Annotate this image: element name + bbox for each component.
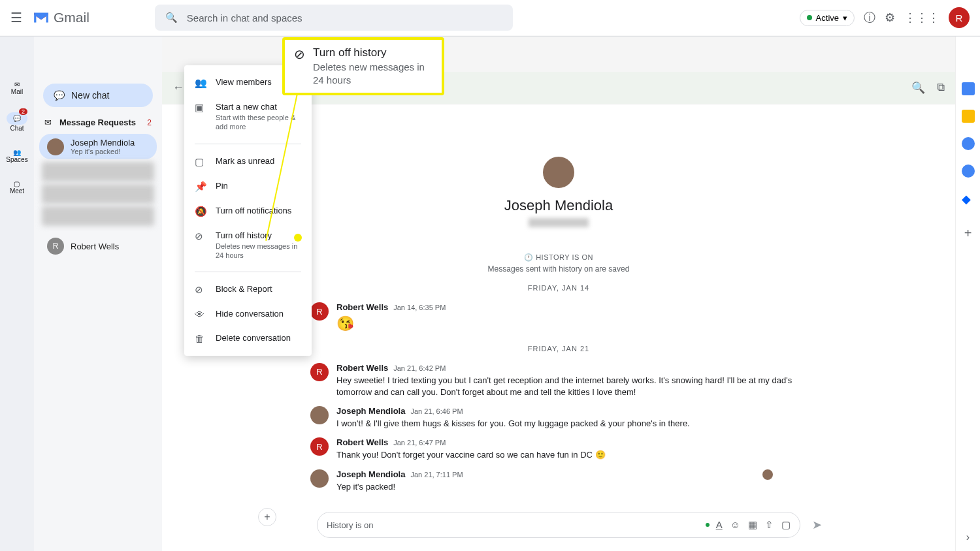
rail-chat[interactable]: 💬 2 Chat (4, 110, 30, 134)
upload-icon[interactable]: ⇧ (765, 519, 774, 531)
rail-spaces-label: Spaces (6, 156, 27, 163)
menu-mark-unread[interactable]: ▢ Mark as unread (184, 150, 312, 174)
bell-off-icon: 🔕 (195, 206, 206, 217)
calendar-icon[interactable] (962, 82, 975, 95)
conversation-robert[interactable]: R Robert Wells (39, 234, 157, 259)
apps-grid-icon[interactable]: ⋮⋮⋮ (904, 10, 939, 25)
block-icon: ⊘ (195, 284, 206, 296)
chevron-down-icon: ▾ (843, 13, 847, 23)
sender-avatar (310, 406, 329, 424)
sender-avatar: R (310, 302, 329, 321)
eye-off-icon: 👁 (195, 309, 206, 320)
msg-time: Jan 21, 6:46 PM (410, 407, 463, 415)
people-icon: 👥 (195, 77, 206, 89)
menu-label: Hide conversation (216, 309, 284, 319)
redacted-item (42, 162, 154, 181)
main-menu-icon[interactable]: ☰ (10, 10, 22, 25)
msg-text: 😘 (336, 314, 807, 334)
back-arrow-icon[interactable]: ← (172, 81, 184, 95)
tasks-icon[interactable] (962, 137, 975, 150)
msg-time: Jan 14, 6:35 PM (393, 304, 446, 311)
menu-pin[interactable]: 📌 Pin (184, 174, 312, 199)
help-icon[interactable]: ⓘ (864, 10, 875, 25)
date-divider: FRIDAY, JAN 14 (528, 284, 589, 292)
trash-icon: 🗑 (195, 333, 206, 344)
chat-search-icon[interactable]: 🔍 (911, 81, 925, 95)
menu-label: Block & Report (216, 284, 272, 294)
chat-bubble-icon: 💬 (54, 90, 65, 101)
sender-avatar (310, 469, 329, 488)
read-receipt-avatar (762, 469, 773, 480)
redacted-email (529, 218, 589, 227)
video-call-icon[interactable]: ▢ (781, 519, 791, 531)
rail-spaces[interactable]: 👥 Spaces (3, 146, 30, 166)
dropbox-icon[interactable]: ◆ (962, 192, 975, 205)
new-chat-button[interactable]: 💬 New chat (43, 84, 153, 107)
send-button[interactable]: ➤ (812, 518, 822, 532)
collapse-panel-icon[interactable]: › (966, 531, 970, 543)
keep-icon[interactable] (962, 110, 975, 123)
menu-divider (195, 272, 301, 272)
menu-turn-off-notifications[interactable]: 🔕 Turn off notifications (184, 199, 312, 224)
contacts-icon[interactable] (962, 165, 975, 178)
status-label: Active (816, 13, 839, 23)
menu-label: Mark as unread (216, 156, 274, 166)
callout-title: Turn off history (313, 46, 433, 59)
status-dot-icon (807, 15, 812, 20)
msg-text: Thank you! Don't forget your vaccine car… (336, 449, 807, 461)
gmail-m-icon (33, 11, 50, 24)
rail-mail-label: Mail (11, 88, 23, 95)
conversation-options-menu: 👥 View members ▣ Start a new chat Start … (184, 65, 312, 356)
message-requests-count: 2 (147, 118, 152, 127)
rail-mail[interactable]: ✉ Mail (8, 78, 25, 98)
convo-name: Robert Wells (71, 242, 119, 251)
menu-label: Turn off notifications (216, 206, 291, 215)
menu-label: Start a new chat (216, 102, 301, 112)
search-box[interactable]: 🔍 Search in chat and spaces (155, 5, 513, 31)
msg-sender: Robert Wells (336, 302, 388, 312)
add-addon-icon[interactable]: + (964, 226, 972, 241)
message-list: R Robert Wells Jan 14, 6:35 PM 😘 FRIDAY,… (310, 302, 807, 501)
sender-avatar: R (310, 437, 329, 456)
rail-meet-label: Meet (10, 187, 24, 195)
menu-label: Delete conversation (216, 333, 291, 343)
menu-hide-conversation[interactable]: 👁 Hide conversation (184, 302, 312, 326)
message-row: R Robert Wells Jan 14, 6:35 PM 😘 (310, 302, 807, 334)
settings-gear-icon[interactable]: ⚙ (885, 10, 895, 25)
hero-avatar (543, 157, 574, 188)
hero-name: Joseph Mendiola (504, 197, 613, 214)
annotation-dot (294, 234, 302, 242)
compose-add-button[interactable]: + (258, 508, 276, 526)
gmail-header: ☰ Gmail 🔍 Search in chat and spaces Acti… (0, 0, 980, 35)
gif-icon[interactable]: ▦ (748, 519, 757, 531)
pin-icon: 📌 (195, 181, 206, 193)
popout-icon[interactable]: ⧉ (937, 81, 945, 95)
avatar (47, 138, 64, 155)
gmail-logo[interactable]: Gmail (33, 10, 90, 25)
history-icon: 🕐 (524, 253, 534, 261)
message-requests-item[interactable]: ✉ Message Requests 2 (34, 112, 162, 133)
menu-delete-conversation[interactable]: 🗑 Delete conversation (184, 326, 312, 351)
compose-bar[interactable]: History is on A ☺ ▦ ⇧ ▢ ➤ (317, 512, 800, 538)
menu-turn-off-history[interactable]: ⊘ Turn off history Deletes new messages … (184, 224, 312, 267)
msg-sender: Joseph Mendiola (336, 406, 405, 416)
account-avatar[interactable]: R (949, 7, 970, 28)
annotation-callout: ⊘ Turn off history Deletes new messages … (282, 37, 444, 95)
msg-text: I won't! & I'll give them hugs & kisses … (336, 418, 807, 430)
menu-block-report[interactable]: ⊘ Block & Report (184, 277, 312, 302)
format-icon[interactable]: A (716, 519, 723, 531)
msg-time: Jan 21, 7:11 PM (410, 471, 463, 479)
convo-name: Joseph Mendiola (71, 138, 149, 148)
sender-avatar: R (310, 363, 329, 381)
conversation-joseph[interactable]: Joseph Mendiola Yep it's packed! (39, 134, 157, 159)
msg-sender: Robert Wells (336, 437, 388, 447)
unread-icon: ▢ (195, 156, 206, 168)
history-off-icon: ⊘ (195, 230, 206, 242)
side-panel: ◆ + › (955, 37, 980, 551)
history-indicator-dot (706, 523, 710, 527)
status-pill[interactable]: Active ▾ (800, 10, 855, 26)
rail-meet[interactable]: ▢ Meet (7, 178, 27, 197)
menu-sublabel: Deletes new messages in 24 hours (216, 242, 301, 260)
emoji-icon[interactable]: ☺ (730, 519, 740, 531)
menu-label: Turn off history (216, 230, 301, 240)
